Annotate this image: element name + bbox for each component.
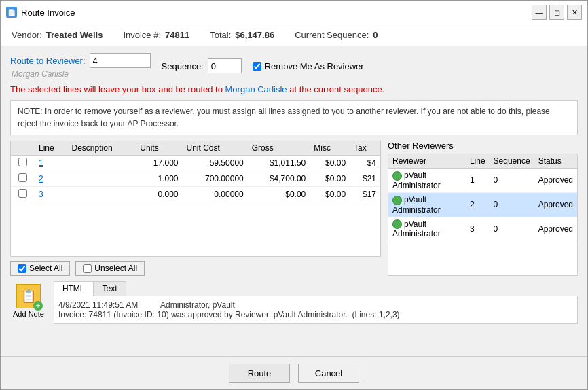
note-text: NOTE: In order to remove yourself as a r… (18, 107, 550, 128)
total-value: $6,147.86 (235, 30, 274, 40)
unselect-all-label: Unselect All (94, 264, 137, 273)
remove-reviewer-label[interactable]: Remove Me As Reviewer (265, 61, 364, 71)
window-title: Route Invoice (21, 7, 532, 18)
reviewer-row[interactable]: pVault Administrator 1 0 Approved (388, 169, 577, 193)
line-checkbox[interactable] (18, 173, 27, 182)
col-tax: Tax (350, 141, 380, 156)
main-area: Line Description Units Unit Cost Gross M… (10, 141, 578, 276)
add-note-label: Add Note (13, 310, 44, 318)
route-button[interactable]: Route (229, 364, 290, 383)
reviewer-status-cell: Approved (534, 217, 577, 241)
right-panel: Other Reviewers Reviewer Line Sequence S… (388, 141, 578, 276)
unselect-all-button[interactable]: Unselect All (75, 261, 145, 276)
reviewer-input[interactable] (90, 53, 151, 68)
sequence-value: 0 (373, 30, 378, 40)
cancel-button[interactable]: Cancel (298, 364, 359, 383)
select-all-button[interactable]: Select All (10, 261, 70, 276)
notes-textarea[interactable] (54, 296, 578, 324)
row-gross: $4,700.00 (248, 171, 310, 187)
vendor-value: Treated Wells (46, 30, 103, 40)
reviewer-line-cell: 1 (466, 169, 490, 193)
reviewers-table: Reviewer Line Sequence Status pVault Adm… (388, 154, 577, 241)
row-tax: $4 (350, 156, 380, 171)
row-line: 2 (35, 171, 68, 187)
line-checkbox[interactable] (18, 189, 27, 198)
row-gross: $0.00 (248, 187, 310, 202)
select-row: Select All Unselect All (10, 261, 381, 276)
reviewer-row[interactable]: pVault Administrator 3 0 Approved (388, 217, 577, 241)
warning-normal1: The selected (10, 84, 63, 94)
table-row: 1 17.000 59.50000 $1,011.50 $0.00 $4 (11, 156, 380, 171)
reviewer-field-group: Route to Reviewer: Morgan Carlisle (10, 53, 151, 79)
invoice-info: Invoice #: 74811 (123, 30, 189, 40)
row-units: 17.000 (136, 156, 182, 171)
row-misc: $0.00 (310, 187, 350, 202)
close-button[interactable]: ✕ (567, 5, 582, 20)
line-number[interactable]: 3 (39, 190, 43, 199)
sequence-field-group: Sequence: (162, 58, 242, 73)
reviewer-name-cell: pVault Administrator (388, 192, 466, 217)
row-desc (68, 171, 136, 187)
tab-html[interactable]: HTML (54, 281, 94, 296)
add-note-button[interactable]: 📋 Add Note (10, 281, 47, 321)
row-tax: $21 (350, 171, 380, 187)
col-gross: Gross (248, 141, 310, 156)
row-check[interactable] (11, 156, 35, 171)
note-box: NOTE: In order to remove yourself as a r… (10, 100, 578, 135)
vendor-info: Vendor: Treated Wells (12, 30, 103, 40)
sequence-input[interactable] (208, 58, 242, 73)
maximize-button[interactable]: ◻ (549, 5, 564, 20)
reviewer-name-cell: pVault Administrator (388, 217, 466, 241)
footer: Route Cancel (1, 356, 587, 389)
reviewer-status-icon (392, 196, 402, 205)
other-reviewers-label: Other Reviewers (388, 141, 578, 151)
reviewer-row[interactable]: pVault Administrator 2 0 Approved (388, 192, 577, 217)
total-label: Total: (210, 30, 231, 40)
sequence-input-row: Sequence: (162, 58, 242, 73)
remove-reviewer-checkbox[interactable] (253, 62, 261, 71)
sequence-label: Sequence: (162, 61, 204, 71)
warning-blue: Morgan Carlisle (225, 84, 287, 94)
row-misc: $0.00 (310, 156, 350, 171)
warning-current-seq: current sequence (314, 84, 382, 94)
title-bar: 📄 Route Invoice — ◻ ✕ (1, 1, 587, 24)
row-desc (68, 156, 136, 171)
reviewer-name: Morgan Carlisle (12, 69, 151, 79)
invoice-label: Invoice #: (123, 30, 161, 40)
minimize-button[interactable]: — (532, 5, 547, 20)
lines-table: Line Description Units Unit Cost Gross M… (11, 141, 380, 202)
select-all-checkbox (18, 264, 26, 273)
content-area: Route to Reviewer: Morgan Carlisle Seque… (1, 46, 587, 356)
col-reviewer-status: Status (534, 154, 577, 169)
info-bar: Vendor: Treated Wells Invoice #: 74811 T… (1, 24, 587, 46)
line-number[interactable]: 1 (39, 158, 43, 168)
unselect-all-checkbox (83, 264, 92, 273)
line-checkbox[interactable] (18, 158, 27, 166)
col-misc: Misc (310, 141, 350, 156)
invoice-value: 74811 (165, 30, 189, 40)
col-unit-cost: Unit Cost (183, 141, 248, 156)
reviewer-seq-cell: 0 (490, 217, 534, 241)
window-icon: 📄 (6, 7, 17, 18)
route-input-row: Route to Reviewer: (10, 53, 151, 68)
row-units: 1.000 (136, 171, 182, 187)
warning-text: The selected lines will leave your box a… (10, 84, 578, 94)
reviewer-status-cell: Approved (534, 169, 577, 193)
notes-tabs: HTML Text (54, 281, 578, 296)
row-line: 3 (35, 187, 68, 202)
reviewer-seq-cell: 0 (490, 192, 534, 217)
tab-text[interactable]: Text (94, 281, 126, 296)
route-to-reviewer-label[interactable]: Route to Reviewer: (10, 56, 86, 66)
col-reviewer-seq: Sequence (490, 154, 534, 169)
select-all-label: Select All (29, 264, 62, 273)
line-number[interactable]: 2 (39, 174, 43, 183)
total-info: Total: $6,147.86 (210, 30, 274, 40)
row-tax: $17 (350, 187, 380, 202)
reviewer-status-icon (392, 219, 402, 229)
col-reviewer-line: Line (466, 154, 490, 169)
row-check[interactable] (11, 187, 35, 202)
row-check[interactable] (11, 171, 35, 187)
reviewer-status-cell: Approved (534, 192, 577, 217)
warning-red1: lines will leave your box and be routed … (63, 84, 225, 94)
window-controls: — ◻ ✕ (532, 5, 582, 20)
